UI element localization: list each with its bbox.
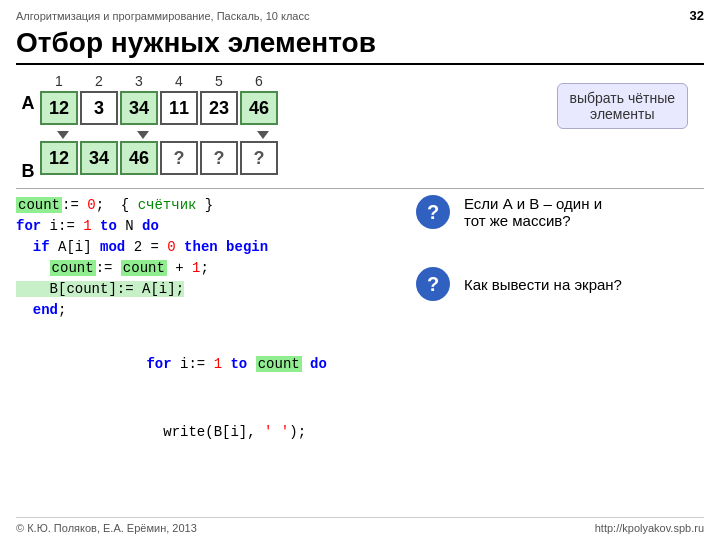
array-a-container: 1 2 3 4 5 6 12 3 34 11 23 46 [40,73,280,125]
question-icon-1: ? [416,195,450,229]
highlight-text: выбрать чётныеэлементы [570,90,675,122]
code-line-5: B[count]:= A[i]; [16,279,406,300]
a-cell-6: 46 [240,91,278,125]
arrow-3 [124,131,162,139]
arrow-1 [44,131,82,139]
bubble-1-text: Если А и В – один итот же массив? [464,195,602,229]
code-block: count:= 0; { счётчик } for i:= 1 to N do… [16,195,406,321]
footer: © К.Ю. Поляков, Е.А. Ерёмин, 2013 http:/… [16,517,704,534]
array-b-section: B 12 34 46 ? ? ? [16,141,704,182]
code-area: count:= 0; { счётчик } for i:= 1 to N do… [16,195,704,321]
arrow-2 [84,131,122,139]
array-a-label: A [16,93,40,114]
highlight-box: выбрать чётныеэлементы [557,83,688,129]
arrow-4 [164,131,202,139]
b-cell-1: 12 [40,141,78,175]
output-line-2: write(B[i], ' '); [96,398,704,465]
b-cell-5: ? [200,141,238,175]
arrow-5 [204,131,242,139]
right-bubbles: ? Если А и В – один итот же массив? ? Ка… [416,195,622,301]
index-2: 2 [80,73,118,89]
arrow-6 [244,131,282,139]
output-section: for i:= 1 to count do write(B[i], ' '); [96,331,704,465]
code-line-6: end; [16,300,406,321]
a-cell-1: 12 [40,91,78,125]
array-a-values: 12 3 34 11 23 46 [40,91,280,125]
index-6: 6 [240,73,278,89]
footer-left: © К.Ю. Поляков, Е.А. Ерёмин, 2013 [16,522,197,534]
footer-right: http://kpolyakov.spb.ru [595,522,704,534]
array-b-values: 12 34 46 ? ? ? [40,141,280,175]
array-b-container: 12 34 46 ? ? ? [40,141,280,175]
output-line-1: for i:= 1 to count do [96,331,704,398]
a-cell-5: 23 [200,91,238,125]
a-cell-2: 3 [80,91,118,125]
code-line-2: for i:= 1 to N do [16,216,406,237]
index-5: 5 [200,73,238,89]
b-cell-3: 46 [120,141,158,175]
page-number: 32 [690,8,704,23]
index-3: 3 [120,73,158,89]
header: Алгоритмизация и программирование, Паска… [16,8,704,23]
question-icon-2: ? [416,267,450,301]
array-a-section: A 1 2 3 4 5 6 12 3 34 11 23 46 выбрать ч… [16,73,704,125]
subtitle: Алгоритмизация и программирование, Паска… [16,10,309,22]
index-1: 1 [40,73,78,89]
b-cell-6: ? [240,141,278,175]
index-4: 4 [160,73,198,89]
b-cell-4: ? [160,141,198,175]
bubble-2-text: Как вывести на экран? [464,276,622,293]
a-cell-4: 11 [160,91,198,125]
bubble-2: ? Как вывести на экран? [416,267,622,301]
page: Алгоритмизация и программирование, Паска… [0,0,720,540]
bubble-1: ? Если А и В – один итот же массив? [416,195,622,229]
array-b-label: B [16,161,40,182]
divider [16,188,704,189]
arrows-row [44,131,704,139]
b-cell-2: 34 [80,141,118,175]
code-line-4: count:= count + 1; [16,258,406,279]
code-line-1: count:= 0; { счётчик } [16,195,406,216]
a-cell-3: 34 [120,91,158,125]
code-line-3: if A[i] mod 2 = 0 then begin [16,237,406,258]
page-title: Отбор нужных элементов [16,27,704,65]
index-row: 1 2 3 4 5 6 [40,73,280,89]
